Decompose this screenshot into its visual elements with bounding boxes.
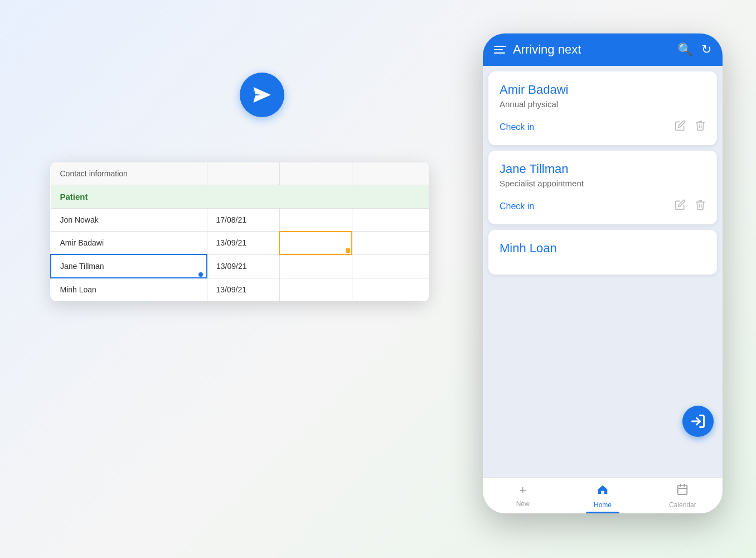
svg-rect-1: [678, 485, 687, 495]
col-contact-info: Contact information: [51, 162, 207, 185]
appointment-type-amir: Annual physical: [500, 99, 706, 109]
table-row[interactable]: Amir Badawi 13/09/21: [51, 232, 429, 255]
delete-icon-amir[interactable]: [695, 120, 706, 134]
table-section-patient: Patient: [51, 185, 429, 209]
nav-item-new[interactable]: + New: [483, 478, 563, 513]
nav-label-home: Home: [594, 501, 612, 509]
check-in-button-amir[interactable]: Check in: [500, 122, 534, 132]
patient-rest-cell[interactable]: [352, 209, 429, 232]
patient-name-cell: Minh Loan: [51, 278, 207, 301]
patient-date-cell: 13/09/21: [207, 254, 279, 278]
bottom-nav: + New Home: [483, 477, 723, 513]
patient-rest-cell[interactable]: [352, 278, 429, 301]
patient-selected-name-cell[interactable]: Jane Tillman: [51, 254, 207, 278]
table-row[interactable]: Jon Nowak 17/08/21: [51, 209, 429, 232]
nav-active-bar: [586, 512, 619, 513]
paper-plane-icon: [251, 84, 273, 106]
patient-date-cell: 17/08/21: [207, 209, 279, 232]
patient-extra-cell[interactable]: [279, 209, 352, 232]
app-header: Arriving next 🔍 ↻: [483, 33, 723, 66]
edit-icon-jane[interactable]: [675, 199, 686, 213]
patient-card-minh: Minh Loan: [488, 230, 717, 275]
check-in-button-jane[interactable]: Check in: [500, 201, 534, 211]
patient-name-cell: Amir Badawi: [51, 232, 207, 255]
patient-name-amir: Amir Badawi: [500, 83, 706, 97]
search-icon[interactable]: 🔍: [677, 42, 692, 57]
section-label: Patient: [51, 185, 429, 209]
card-actions-amir: Check in: [500, 120, 706, 134]
patient-card-jane: Jane Tillman Specialist appointment Chec…: [488, 151, 717, 224]
patient-table: Contact information Patient Jon Nowak 17…: [50, 162, 429, 301]
card-icons-jane: [675, 199, 706, 213]
patient-rest-cell[interactable]: [352, 232, 429, 255]
patient-name-jane: Jane Tillman: [500, 162, 706, 176]
nav-label-new: New: [516, 500, 530, 508]
col-header-4: [352, 162, 429, 185]
app-logo: [240, 73, 284, 117]
new-icon: +: [519, 483, 526, 498]
table-row[interactable]: Minh Loan 13/09/21: [51, 278, 429, 301]
patient-card-amir: Amir Badawi Annual physical Check in: [488, 71, 717, 145]
refresh-icon[interactable]: ↻: [701, 42, 711, 57]
nav-label-calendar: Calendar: [669, 501, 696, 509]
patient-name-cell: Jon Nowak: [51, 209, 207, 232]
fab-icon: [690, 413, 706, 429]
table-row-selected[interactable]: Jane Tillman 13/09/21: [51, 254, 429, 278]
patient-name-minh: Minh Loan: [500, 241, 706, 256]
app-content: Amir Badawi Annual physical Check in: [483, 66, 723, 477]
patient-extra-cell[interactable]: [279, 278, 352, 301]
patient-rest-cell[interactable]: [352, 254, 429, 278]
col-header-3: [279, 162, 352, 185]
calendar-icon: [676, 483, 689, 499]
patient-extra-cell[interactable]: [279, 254, 352, 278]
home-icon: [597, 483, 609, 499]
table-header-row: Contact information: [51, 162, 429, 185]
nav-item-calendar[interactable]: Calendar: [643, 478, 723, 513]
patient-date-cell: 13/09/21: [207, 232, 279, 255]
app-title: Arriving next: [513, 42, 671, 57]
menu-icon[interactable]: [494, 46, 506, 54]
phone-mockup: Arriving next 🔍 ↻ Amir Badawi Annual phy…: [483, 33, 723, 513]
appointment-type-jane: Specialist appointment: [500, 179, 706, 188]
col-header-2: [207, 162, 279, 185]
card-actions-jane: Check in: [500, 199, 706, 213]
spreadsheet-panel: Contact information Patient Jon Nowak 17…: [50, 162, 429, 301]
delete-icon-jane[interactable]: [695, 199, 706, 213]
header-actions: 🔍 ↻: [677, 42, 711, 57]
phone-frame: Arriving next 🔍 ↻ Amir Badawi Annual phy…: [483, 33, 723, 513]
patient-highlighted-cell[interactable]: [279, 232, 352, 255]
patient-date-cell: 13/09/21: [207, 278, 279, 301]
edit-icon-amir[interactable]: [675, 120, 686, 134]
card-icons-amir: [675, 120, 706, 134]
fab-check-in-button[interactable]: [682, 406, 714, 437]
nav-item-home[interactable]: Home: [563, 478, 642, 513]
